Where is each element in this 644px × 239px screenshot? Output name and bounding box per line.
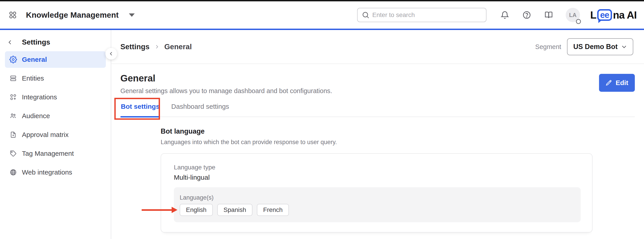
sidebar-item-audience[interactable]: Audience	[5, 108, 106, 124]
segment-value: US Demo Bot	[573, 43, 618, 51]
bot-language-section: Bot language Languages into which the bo…	[161, 127, 635, 232]
user-avatar[interactable]: LA	[566, 8, 580, 22]
sidebar-item-label: Tag Management	[22, 150, 74, 157]
annotation-red-arrow	[142, 207, 178, 213]
edit-button-label: Edit	[616, 79, 628, 86]
globe-icon	[10, 168, 17, 176]
sidebar-item-integrations[interactable]: Integrations	[5, 89, 106, 106]
tabs: Bot settings Dashboard settings	[120, 101, 635, 117]
language-chips: English Spanish French	[180, 204, 572, 216]
app-grid-icon[interactable]	[8, 10, 18, 20]
back-chevron-icon[interactable]	[7, 40, 13, 45]
chevron-right-icon	[154, 44, 159, 49]
logo-prefix: L	[590, 9, 596, 21]
header-icon-cluster	[500, 10, 553, 20]
breadcrumb-general: General	[164, 42, 192, 51]
page-header: General General settings allows you to m…	[120, 64, 635, 95]
sidebar-item-label: Web integrations	[22, 168, 72, 176]
sidebar-item-label: Audience	[22, 112, 50, 120]
languages-label: Language(s)	[180, 194, 572, 201]
languages-panel: Language(s) English Spanish French	[174, 187, 581, 222]
edit-button[interactable]: Edit	[599, 74, 635, 92]
logo-suffix: na AI	[613, 9, 636, 21]
page-header-text: General General settings allows you to m…	[120, 73, 332, 95]
header-right-group: LA L ee na AI	[357, 8, 636, 22]
page-title: General	[120, 73, 332, 84]
app-header: Knowledge Management	[0, 1, 644, 30]
sidebar-item-web-integrations[interactable]: Web integrations	[5, 164, 106, 180]
breadcrumb: Settings General	[120, 42, 192, 51]
breadcrumb-settings[interactable]: Settings	[120, 42, 150, 51]
help-icon[interactable]	[522, 10, 531, 20]
search-icon	[362, 11, 370, 19]
app-title: Knowledge Management	[26, 10, 118, 20]
apps-plus-icon	[10, 93, 17, 101]
file-arrow-up-icon	[10, 131, 17, 138]
sidebar-item-tag-management[interactable]: Tag Management	[5, 145, 106, 162]
sidebar-item-label: General	[22, 56, 47, 63]
sidebar-item-label: Integrations	[22, 93, 57, 101]
segment-selector[interactable]: US Demo Bot	[567, 38, 633, 55]
rows-icon	[10, 74, 17, 82]
sidebar-item-general[interactable]: General	[5, 51, 106, 68]
tag-icon	[10, 150, 17, 157]
avatar-status-dot	[576, 19, 581, 24]
pencil-icon	[606, 80, 612, 86]
sidebar-item-label: Approval matrix	[22, 131, 68, 138]
sidebar-item-entities[interactable]: Entities	[5, 70, 106, 86]
language-chip-spanish[interactable]: Spanish	[217, 204, 252, 216]
main-content: Settings General Segment US Demo Bot	[111, 30, 644, 239]
bot-language-description: Languages into which the bot can provide…	[161, 139, 635, 146]
language-type-value: Multi-lingual	[174, 174, 581, 182]
tab-dashboard-settings[interactable]: Dashboard settings	[171, 101, 230, 116]
leena-ai-logo: L ee na AI	[590, 9, 636, 21]
bell-icon[interactable]	[500, 10, 509, 20]
bot-language-title: Bot language	[161, 127, 635, 136]
search-input[interactable]	[357, 8, 486, 22]
main-topbar: Settings General Segment US Demo Bot	[111, 30, 644, 64]
users-icon	[10, 112, 17, 120]
page-description: General settings allows you to manage da…	[120, 87, 332, 95]
bot-language-card: Language type Multi-lingual Language(s) …	[161, 153, 592, 232]
avatar-initials: LA	[569, 12, 576, 18]
app-switcher-caret-icon[interactable]	[129, 14, 135, 17]
global-search	[357, 8, 486, 22]
sidebar-item-approval-matrix[interactable]: Approval matrix	[5, 126, 106, 143]
tab-bot-settings[interactable]: Bot settings	[120, 101, 160, 116]
header-left-group: Knowledge Management	[8, 10, 135, 20]
gear-icon	[10, 56, 17, 63]
sidebar-title: Settings	[22, 38, 50, 46]
sidebar-header: Settings	[7, 38, 106, 46]
language-chip-french[interactable]: French	[257, 204, 289, 216]
logo-speech-bubble: ee	[597, 9, 612, 21]
language-chip-english[interactable]: English	[180, 204, 213, 216]
sidebar-item-label: Entities	[22, 74, 44, 82]
settings-sidebar: Settings General Entities	[0, 30, 111, 239]
segment-label: Segment	[535, 43, 561, 50]
book-icon[interactable]	[544, 10, 553, 20]
segment-control: Segment US Demo Bot	[535, 38, 633, 55]
sidebar-collapse-button[interactable]	[106, 48, 117, 60]
language-type-label: Language type	[174, 164, 581, 171]
chevron-down-icon	[621, 44, 627, 50]
